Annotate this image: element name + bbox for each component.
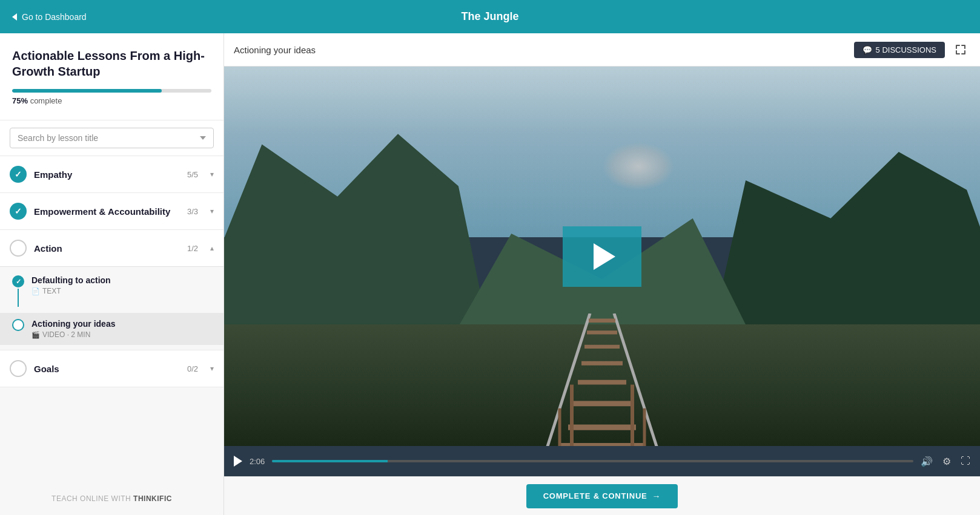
- back-button[interactable]: Go to Dashboard: [12, 12, 87, 22]
- progress-bar-track: [12, 89, 211, 93]
- top-nav: Go to Dashboard The Jungle: [0, 0, 980, 33]
- lesson-connector-2: [12, 319, 24, 331]
- play-button-overlay[interactable]: [563, 226, 641, 287]
- chevron-down-icon: ▾: [210, 207, 214, 215]
- lesson-actioning-type: VIDEO · 2 MIN: [42, 330, 90, 339]
- footer-text: TEACH ONLINE WITH: [51, 494, 131, 503]
- module-empowerment-icon: ✓: [10, 203, 27, 220]
- video-container[interactable]: [224, 67, 980, 446]
- progress-percent: 75%: [12, 96, 28, 105]
- lesson-actioning-meta: 🎬 VIDEO · 2 MIN: [31, 330, 214, 339]
- check-icon: ✓: [15, 206, 22, 216]
- progress-bar-fill: [12, 89, 162, 93]
- module-empathy: ✓ Empathy 5/5 ▾: [0, 156, 223, 193]
- page-title: The Jungle: [461, 10, 518, 23]
- railroad-tracks: [511, 313, 693, 446]
- discussions-label: 5 DISCUSSIONS: [876, 45, 936, 54]
- lesson-dot-current: [12, 319, 24, 331]
- progress-bar-container: 75% complete: [12, 89, 211, 105]
- video-controls: 2:06 🔊 ⚙ ⛶: [224, 446, 980, 476]
- lesson-dot-completed: ✓: [12, 275, 24, 287]
- video-time: 2:06: [250, 457, 265, 466]
- play-pause-button[interactable]: [234, 456, 242, 467]
- module-goals: Goals 0/2 ▾: [0, 350, 223, 387]
- module-action-icon: [10, 240, 27, 257]
- video-ctrl-icons: 🔊 ⚙ ⛶: [921, 456, 970, 467]
- lesson-line: [18, 289, 19, 307]
- search-container: Search by lesson title: [0, 120, 223, 156]
- lesson-search-select[interactable]: Search by lesson title: [10, 128, 214, 148]
- main-layout: Actionable Lessons From a High-Growth St…: [0, 33, 980, 515]
- module-empowerment-header[interactable]: ✓ Empowerment & Accountability 3/3 ▾: [0, 193, 223, 229]
- sidebar: Actionable Lessons From a High-Growth St…: [0, 33, 224, 515]
- video-progress-track[interactable]: [272, 460, 913, 462]
- lesson-defaulting-title: Defaulting to action: [31, 275, 214, 285]
- footer-brand: THINKIFIC: [133, 494, 172, 503]
- chevron-down-icon: ▾: [210, 364, 214, 373]
- progress-label: 75% complete: [12, 96, 211, 105]
- module-empowerment: ✓ Empowerment & Accountability 3/3 ▾: [0, 193, 223, 230]
- module-action: Action 1/2 ▴ ✓ Defaulting to action: [0, 230, 223, 350]
- check-icon: ✓: [15, 169, 22, 179]
- expand-button[interactable]: [951, 40, 970, 59]
- chevron-down-icon: ▾: [210, 170, 214, 179]
- volume-icon[interactable]: 🔊: [921, 456, 933, 467]
- fullscreen-icon[interactable]: ⛶: [961, 456, 970, 467]
- module-goals-header[interactable]: Goals 0/2 ▾: [0, 350, 223, 387]
- chevron-up-icon: ▴: [210, 244, 214, 252]
- header-right: 💬 5 DISCUSSIONS: [854, 40, 970, 59]
- action-bar: COMPLETE & CONTINUE →: [224, 476, 980, 515]
- text-doc-icon: 📄: [31, 287, 40, 295]
- module-empowerment-name: Empowerment & Accountability: [34, 206, 170, 217]
- course-title: Actionable Lessons From a High-Growth St…: [12, 48, 211, 79]
- chat-icon: 💬: [862, 45, 872, 54]
- play-triangle-icon: [594, 243, 615, 270]
- video-icon: 🎬: [31, 331, 40, 339]
- video-progress-played: [272, 460, 388, 462]
- chevron-left-icon: [12, 13, 17, 21]
- smoke-effect: [602, 142, 675, 191]
- module-goals-name: Goals: [34, 364, 59, 374]
- complete-continue-button[interactable]: COMPLETE & CONTINUE →: [526, 484, 678, 508]
- sidebar-header: Actionable Lessons From a High-Growth St…: [0, 33, 223, 120]
- module-goals-count: 0/2: [187, 364, 203, 373]
- lesson-defaulting-info: Defaulting to action 📄 TEXT: [31, 275, 214, 295]
- module-empathy-icon: ✓: [10, 166, 27, 183]
- check-small-icon: ✓: [16, 278, 21, 286]
- lesson-defaulting[interactable]: ✓ Defaulting to action 📄 TEXT: [0, 269, 223, 313]
- lesson-connector: ✓: [12, 275, 24, 307]
- back-label: Go to Dashboard: [22, 12, 87, 22]
- lesson-actioning-title: Actioning your ideas: [31, 319, 214, 329]
- module-action-name: Action: [34, 243, 62, 254]
- lesson-defaulting-type: TEXT: [42, 287, 61, 295]
- lesson-actioning[interactable]: Actioning your ideas 🎬 VIDEO · 2 MIN: [0, 313, 223, 345]
- expand-icon: [955, 44, 966, 55]
- sidebar-footer: TEACH ONLINE WITH THINKIFIC: [0, 482, 223, 515]
- module-empowerment-count: 3/3: [187, 207, 203, 216]
- lesson-current-title: Actioning your ideas: [234, 45, 316, 55]
- settings-icon[interactable]: ⚙: [942, 456, 951, 467]
- lessons-list: ✓ Defaulting to action 📄 TEXT: [0, 267, 223, 350]
- module-action-count: 1/2: [187, 244, 203, 253]
- content-header: Actioning your ideas 💬 5 DISCUSSIONS: [224, 33, 980, 67]
- complete-label: COMPLETE & CONTINUE: [543, 491, 647, 500]
- discussions-button[interactable]: 💬 5 DISCUSSIONS: [854, 42, 945, 58]
- module-empathy-count: 5/5: [187, 170, 203, 179]
- module-empathy-name: Empathy: [34, 169, 72, 180]
- module-action-header[interactable]: Action 1/2 ▴: [0, 230, 223, 267]
- lesson-actioning-info: Actioning your ideas 🎬 VIDEO · 2 MIN: [31, 319, 214, 339]
- lesson-defaulting-meta: 📄 TEXT: [31, 287, 214, 295]
- module-goals-icon: [10, 360, 27, 377]
- module-empathy-header[interactable]: ✓ Empathy 5/5 ▾: [0, 156, 223, 192]
- content-area: Actioning your ideas 💬 5 DISCUSSIONS: [224, 33, 980, 515]
- arrow-icon: →: [652, 491, 661, 501]
